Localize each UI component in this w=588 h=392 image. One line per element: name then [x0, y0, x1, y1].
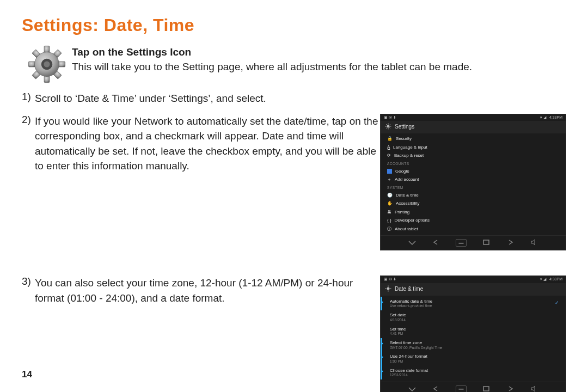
step-2-number: 2)	[22, 114, 35, 126]
svg-rect-29	[483, 387, 489, 391]
item-security: 🔒Security	[381, 134, 566, 143]
svg-line-18	[390, 124, 391, 125]
item-add-account: ＋Add account	[381, 175, 566, 184]
info-icon: ⓘ	[387, 226, 391, 232]
svg-point-10	[44, 61, 50, 67]
status-time: 4:38PM	[549, 115, 562, 120]
step-2-row: 2) If you would like your Network to aut…	[22, 114, 566, 251]
row-date-format: Choose date format 12/31/2014	[381, 366, 566, 379]
device2-header: Date & time	[395, 286, 423, 292]
page-number: 14	[22, 369, 32, 380]
settings-gear-icon	[22, 45, 72, 83]
item-about: ⓘAbout tablet	[381, 225, 566, 234]
row-set-date: Set date 4/18/2014	[381, 310, 566, 324]
nav-recent-icon	[482, 239, 491, 246]
hand-icon: ✋	[387, 201, 393, 206]
nav-volume-icon	[530, 239, 538, 246]
svg-point-11	[387, 125, 390, 127]
checkmark-icon: ✓	[555, 300, 559, 306]
step-3-number: 3)	[22, 275, 35, 287]
braces-icon: { }	[387, 218, 391, 223]
svg-rect-0	[44, 46, 50, 53]
gear-icon	[385, 123, 391, 131]
svg-line-17	[390, 127, 391, 128]
row-select-tz: Select time zone GMT-07:00, Pacific Dayl…	[381, 338, 566, 352]
svg-line-19	[386, 127, 387, 128]
plus-icon: ＋	[387, 177, 391, 182]
lock-icon: 🔒	[387, 136, 393, 142]
intro-body: This will take you to the Setting page, …	[72, 61, 472, 72]
section-accounts: ACCOUNTS	[381, 160, 566, 167]
language-icon: A̲	[387, 145, 390, 150]
item-printing: 🖶Printing	[381, 208, 566, 217]
step-2-text: If you would like your Network to automa…	[35, 114, 380, 174]
printer-icon: 🖶	[387, 210, 391, 215]
screenshot-date-time-detail: ▣ ✉ ⬇ ▾ ◢ 4:38PM Date & time Automatic d…	[380, 275, 566, 392]
nav-home-icon	[456, 239, 467, 247]
nav-forward-icon	[506, 239, 514, 246]
item-backup: ⟳Backup & reset	[381, 151, 566, 160]
item-google: Google	[381, 167, 566, 176]
device1-header: Settings	[395, 124, 414, 130]
step-3-row: 3) You can also select your time zone, 1…	[22, 275, 566, 392]
status-left-icons: ▣ ✉ ⬇	[384, 277, 396, 281]
svg-marker-30	[531, 386, 535, 391]
nav-back-icon	[432, 239, 440, 246]
item-date-time: 🕑Date & time	[381, 191, 566, 200]
screenshot-settings-list: ▣ ✉ ⬇ ▾ ◢ 4:38PM Settings 🔒Security A̲La…	[380, 114, 566, 251]
android-nav-bar	[381, 382, 566, 392]
backup-icon: ⟳	[387, 153, 391, 158]
svg-point-23	[387, 287, 390, 290]
svg-rect-1	[44, 76, 50, 83]
wifi-icon: ▾ ◢	[540, 277, 546, 281]
status-time: 4:38PM	[549, 277, 562, 281]
gear-icon	[385, 285, 391, 293]
svg-line-16	[386, 124, 387, 125]
intro-row: Tap on the Settings Icon This will take …	[22, 45, 566, 83]
item-developer: { }Developer options	[381, 216, 566, 225]
step-1-number: 1)	[22, 91, 35, 103]
intro-text: Tap on the Settings Icon This will take …	[72, 45, 472, 74]
nav-forward-icon	[506, 385, 514, 392]
nav-volume-icon	[530, 385, 538, 392]
svg-rect-3	[58, 62, 65, 67]
step-1-text: Scroll to ‘Date & Time’ under ‘Settings’…	[35, 91, 266, 106]
svg-marker-22	[531, 240, 535, 245]
clock-icon: 🕑	[387, 193, 393, 198]
page-title: Settings: Date, Time	[22, 15, 566, 35]
row-set-time: Set time 4:41 PM	[381, 324, 566, 338]
nav-recent-icon	[482, 385, 491, 392]
step-3-text: You can also select your time zone, 12-h…	[35, 275, 380, 305]
row-24h: Use 24-hour format 1:00 PM	[381, 352, 566, 365]
status-left-icons: ▣ ✉ ⬇	[384, 115, 396, 120]
item-accessibility: ✋Accessibility	[381, 199, 566, 208]
item-language: A̲Language & input	[381, 143, 566, 152]
nav-back-icon	[432, 385, 440, 392]
step-1: 1) Scroll to ‘Date & Time’ under ‘Settin…	[22, 91, 566, 106]
wifi-icon: ▾ ◢	[540, 115, 546, 120]
android-nav-bar	[381, 235, 566, 250]
svg-rect-2	[28, 62, 35, 67]
intro-heading: Tap on the Settings Icon	[72, 46, 191, 58]
row-automatic: Automatic date & time Use network-provid…	[381, 297, 566, 310]
section-system: SYSTEM	[381, 184, 566, 191]
nav-home-icon	[456, 385, 467, 392]
nav-down-icon	[408, 385, 416, 392]
google-icon	[387, 169, 392, 174]
nav-down-icon	[408, 239, 416, 246]
svg-rect-21	[483, 240, 489, 244]
